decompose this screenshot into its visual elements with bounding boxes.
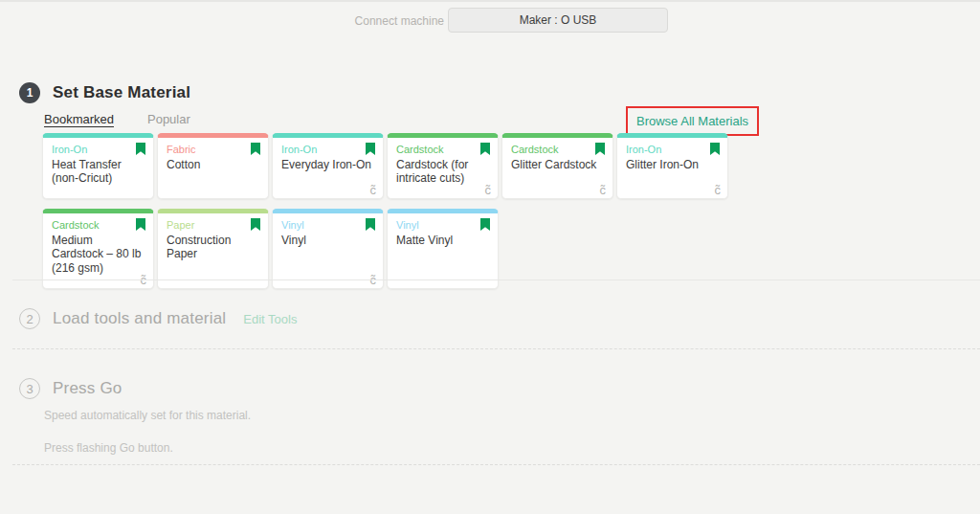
material-card-header: Cardstock <box>396 143 490 156</box>
material-name: Heat Transfer (non-Cricut) <box>52 158 145 185</box>
step2-number-badge: 2 <box>19 308 40 329</box>
bookmark-icon[interactable] <box>595 143 605 155</box>
step3-header: 3 Press Go <box>19 378 122 399</box>
material-category-label: Cardstock <box>396 143 444 156</box>
bookmark-icon[interactable] <box>710 143 720 155</box>
material-card[interactable]: Paper Construction Paper <box>157 209 269 288</box>
material-card-header: Vinyl <box>396 218 490 232</box>
cricut-brand-icon: c̃ <box>485 184 492 197</box>
material-card-header: Iron-On <box>52 143 145 156</box>
material-name: Cotton <box>167 158 260 171</box>
material-name: Vinyl <box>281 234 375 247</box>
material-category-label: Paper <box>167 218 194 232</box>
material-card[interactable]: Cardstock Medium Cardstock – 80 lb (216 … <box>42 209 154 288</box>
material-tabs: Bookmarked Popular <box>44 112 190 126</box>
bookmark-icon[interactable] <box>251 143 260 155</box>
window-top-border <box>0 0 980 2</box>
material-name: Cardstock (for intricate cuts) <box>396 158 490 185</box>
material-name: Glitter Iron-On <box>626 158 720 171</box>
section-divider-dashed <box>12 464 980 465</box>
bookmark-icon[interactable] <box>136 143 145 155</box>
material-category-label: Vinyl <box>281 218 304 232</box>
browse-all-materials-link[interactable]: Browse All Materials <box>636 114 748 128</box>
material-card-header: Cardstock <box>511 143 605 156</box>
step1-header: 1 Set Base Material <box>19 82 190 103</box>
material-name: Everyday Iron-On <box>281 158 375 171</box>
material-category-label: Iron-On <box>52 143 87 156</box>
section-divider <box>12 279 980 280</box>
step3-note-press: Press flashing Go button. <box>44 441 173 455</box>
edit-tools-link[interactable]: Edit Tools <box>243 312 297 326</box>
material-card[interactable]: Iron-On Everyday Iron-On c̃ <box>272 133 384 199</box>
material-card[interactable]: Fabric Cotton <box>157 133 269 199</box>
bookmark-icon[interactable] <box>366 143 375 155</box>
cricut-brand-icon: c̃ <box>370 184 377 197</box>
cricut-brand-icon: c̃ <box>600 184 607 197</box>
step2-header: 2 Load tools and material Edit Tools <box>19 308 297 329</box>
step1-title: Set Base Material <box>53 83 190 102</box>
bookmark-icon[interactable] <box>480 218 490 231</box>
bookmark-icon[interactable] <box>480 143 490 155</box>
material-card-header: Cardstock <box>52 218 145 232</box>
material-name: Construction Paper <box>167 234 260 260</box>
connect-machine-label: Connect machine <box>335 14 444 28</box>
material-card[interactable]: Iron-On Heat Transfer (non-Cricut) <box>42 133 154 199</box>
step3-number-badge: 3 <box>19 378 40 399</box>
material-card[interactable]: Vinyl Vinyl c̃ <box>272 209 384 288</box>
materials-grid: Iron-On Heat Transfer (non-Cricut) Fabri… <box>42 133 733 289</box>
step2-title: Load tools and material <box>53 309 226 328</box>
material-card-header: Fabric <box>167 143 260 156</box>
cricut-brand-icon: c̃ <box>715 184 722 197</box>
material-card-header: Paper <box>167 218 260 232</box>
material-card[interactable]: Cardstock Glitter Cardstock c̃ <box>501 133 613 199</box>
section-divider-dashed <box>12 348 980 349</box>
material-category-label: Vinyl <box>396 218 419 232</box>
material-card[interactable]: Cardstock Cardstock (for intricate cuts)… <box>387 133 499 199</box>
material-category-label: Iron-On <box>281 143 317 156</box>
material-category-label: Cardstock <box>511 143 559 156</box>
machine-select-button-label: Maker : O USB <box>520 13 597 27</box>
browse-all-materials-highlight: Browse All Materials <box>626 106 759 136</box>
tab-popular[interactable]: Popular <box>147 112 190 126</box>
machine-select-button[interactable]: Maker : O USB <box>448 8 668 33</box>
material-category-label: Fabric <box>167 143 196 156</box>
step3-title: Press Go <box>53 379 122 398</box>
material-category-label: Iron-On <box>626 143 661 156</box>
step1-number-badge: 1 <box>19 82 40 103</box>
bookmark-icon[interactable] <box>136 218 145 231</box>
material-name: Medium Cardstock – 80 lb (216 gsm) <box>52 234 145 274</box>
material-card-header: Iron-On <box>281 143 375 156</box>
material-card[interactable]: Iron-On Glitter Iron-On c̃ <box>616 133 728 199</box>
material-card-header: Iron-On <box>626 143 720 156</box>
step3-note-speed: Speed automatically set for this materia… <box>44 409 251 422</box>
material-name: Glitter Cardstock <box>511 158 605 171</box>
tab-bookmarked[interactable]: Bookmarked <box>44 112 114 126</box>
material-card-header: Vinyl <box>281 218 375 232</box>
material-name: Matte Vinyl <box>396 234 490 247</box>
material-card[interactable]: Vinyl Matte Vinyl <box>387 209 499 288</box>
bookmark-icon[interactable] <box>251 218 260 231</box>
bookmark-icon[interactable] <box>366 218 375 231</box>
material-category-label: Cardstock <box>52 218 100 232</box>
